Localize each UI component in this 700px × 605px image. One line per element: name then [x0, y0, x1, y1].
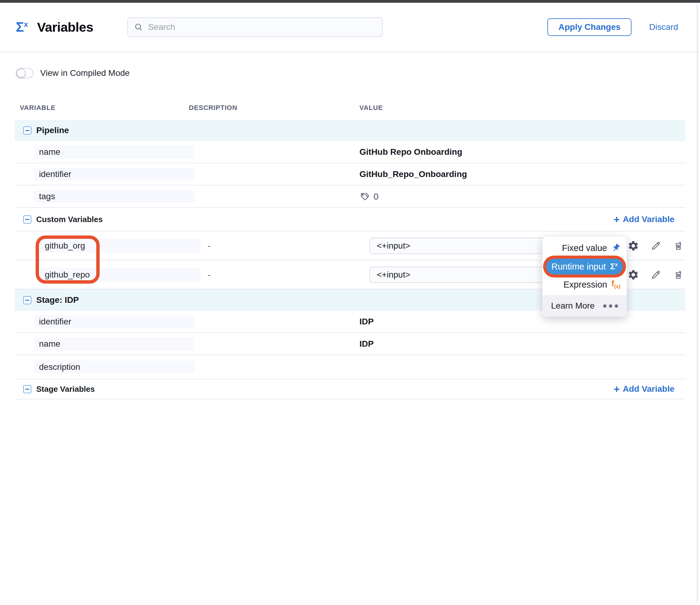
variable-label-tags: tags [34, 190, 194, 203]
value-input-github-org[interactable]: <+input> [370, 237, 546, 254]
tags-count: 0 [373, 191, 379, 202]
delete-trash-icon[interactable] [672, 240, 685, 252]
sigma-x-icon: Σx [610, 262, 618, 272]
description-github-repo: - [189, 270, 359, 280]
pin-icon [609, 242, 622, 254]
compiled-mode-label: View in Compiled Mode [40, 68, 130, 78]
variable-label-name: name [34, 146, 194, 158]
row-actions-github-org [627, 240, 685, 252]
add-variable-button-custom[interactable]: + Add Variable [614, 214, 674, 225]
pipeline-group-row: Pipeline [15, 120, 685, 141]
column-header-variable: VARIABLE [15, 104, 189, 112]
menu-item-expression[interactable]: Expression f(x) [543, 278, 627, 292]
value-pipeline-name: GitHub Repo Onboarding [359, 147, 685, 157]
table-row-name: name GitHub Repo Onboarding [15, 141, 685, 163]
variables-table: VARIABLE DESCRIPTION VALUE Pipeline name… [15, 104, 685, 399]
sigma-x-brand-icon: Σx [16, 20, 28, 34]
compiled-mode-toggle[interactable] [16, 68, 33, 78]
tag-icon [359, 191, 370, 202]
delete-trash-icon[interactable] [672, 268, 685, 281]
compiled-mode-row: View in Compiled Mode [16, 68, 700, 78]
collapse-custom-variables-icon[interactable] [23, 216, 31, 224]
scrollbar-track[interactable] [697, 4, 698, 603]
settings-gear-icon[interactable] [627, 240, 640, 252]
table-row-stage-name: name IDP [15, 333, 685, 355]
search-box[interactable] [127, 17, 382, 37]
column-header-description: DESCRIPTION [189, 104, 359, 112]
discard-button[interactable]: Discard [649, 22, 678, 32]
value-stage-identifier: IDP [359, 317, 685, 327]
variable-label-github-org: github_org [40, 239, 201, 253]
custom-variable-rows: github_org - <+input> github_rep [15, 231, 685, 289]
custom-variables-title: Custom Variables [36, 215, 103, 224]
value-pipeline-tags: 0 [359, 191, 685, 202]
menu-item-learn-more[interactable]: Learn More [543, 295, 627, 317]
collapse-pipeline-icon[interactable] [23, 126, 31, 135]
variable-label-identifier: identifier [34, 168, 194, 181]
value-type-dropdown: Fixed value Runtime input Σx Expression … [542, 236, 627, 317]
edit-pencil-icon[interactable] [649, 240, 662, 252]
fx-icon: f(x) [611, 279, 621, 290]
collapse-stage-idp-icon[interactable] [23, 296, 31, 304]
table-row-tags: tags 0 [15, 185, 685, 208]
menu-item-fixed-value[interactable]: Fixed value [543, 241, 627, 255]
variable-label-stage-name: name [34, 337, 194, 350]
collapse-stage-variables-icon[interactable] [23, 385, 31, 393]
table-row-stage-description: description [15, 355, 685, 379]
window-top-bar [0, 0, 700, 3]
pipeline-group-title: Pipeline [36, 126, 69, 135]
table-row-identifier: identifier GitHub_Repo_Onboarding [15, 163, 685, 185]
edit-pencil-icon[interactable] [649, 268, 662, 281]
toggle-knob [17, 69, 26, 78]
search-input[interactable] [148, 22, 376, 32]
variable-label-github-repo: github_repo [40, 268, 201, 282]
value-pipeline-identifier: GitHub_Repo_Onboarding [359, 169, 685, 179]
column-header-value: VALUE [359, 104, 685, 112]
variable-label-stage-identifier: identifier [34, 315, 194, 328]
page-header: Σx Variables Apply Changes Discard [0, 3, 700, 52]
stage-variables-title: Stage Variables [36, 384, 95, 394]
ellipsis-icon [603, 304, 618, 308]
menu-item-runtime-input[interactable]: Runtime input Σx [546, 259, 623, 275]
stage-idp-group-title: Stage: IDP [36, 295, 79, 305]
value-input-github-repo[interactable]: <+input> [370, 267, 546, 283]
settings-gear-icon[interactable] [627, 268, 640, 281]
value-stage-name: IDP [359, 339, 685, 349]
apply-changes-button[interactable]: Apply Changes [547, 18, 631, 36]
page-title: Variables [37, 20, 93, 35]
table-header-row: VARIABLE DESCRIPTION VALUE [15, 104, 685, 112]
plus-icon: + [614, 214, 620, 225]
description-github-org: - [189, 241, 359, 251]
variable-label-stage-description: description [34, 361, 194, 374]
row-actions-github-repo [627, 268, 685, 281]
search-icon [134, 23, 143, 32]
custom-variables-header-row: Custom Variables + Add Variable [15, 208, 685, 231]
stage-variables-header-row: Stage Variables + Add Variable [15, 379, 685, 399]
add-variable-button-stage[interactable]: + Add Variable [614, 384, 674, 394]
plus-icon: + [614, 384, 620, 394]
